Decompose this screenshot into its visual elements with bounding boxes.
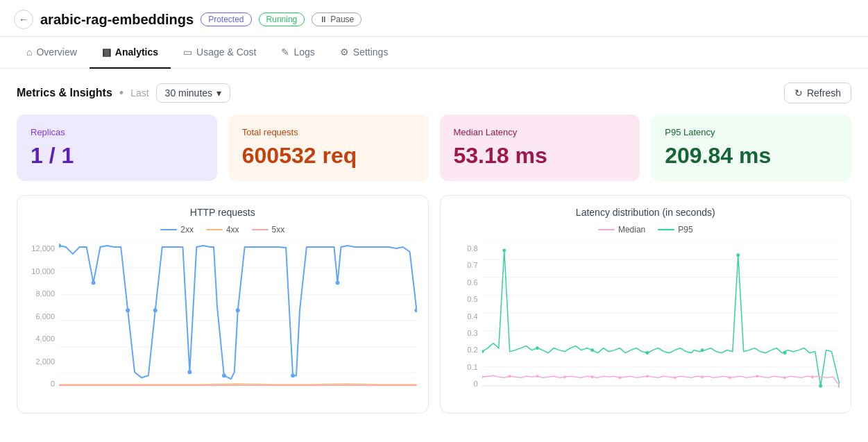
legend-4xx: 4xx (206, 225, 239, 235)
svg-point-12 (222, 373, 226, 377)
main-nav: ⌂ Overview ▤ Analytics ▭ Usage & Cost ✎ … (0, 37, 868, 69)
svg-point-27 (502, 248, 506, 252)
http-requests-chart: HTTP requests 2xx 4xx 5xx 12,000 (17, 195, 429, 414)
nav-settings[interactable]: ⚙ Settings (327, 37, 401, 69)
latency-chart: Latency distribution (in seconds) Median… (440, 195, 852, 414)
p95-latency-card: P95 Latency 209.84 ms (651, 114, 851, 181)
latency-chart-legend: Median P95 (452, 225, 840, 235)
http-chart-legend: 2xx 4xx 5xx (28, 225, 417, 235)
time-select[interactable]: 30 minutes ▾ (156, 83, 230, 103)
median-latency-card: Median Latency 53.18 ms (440, 114, 640, 181)
total-requests-value: 600532 req (242, 143, 415, 169)
svg-point-37 (508, 375, 511, 377)
legend-median: Median (598, 225, 645, 235)
usage-icon: ▭ (183, 46, 192, 58)
replicas-value: 1 / 1 (31, 143, 203, 169)
svg-point-16 (415, 308, 417, 312)
legend-5xx-line (252, 229, 269, 230)
svg-point-11 (187, 370, 192, 374)
svg-point-42 (645, 375, 648, 377)
replicas-label: Replicas (31, 127, 203, 137)
legend-2xx: 2xx (160, 225, 194, 235)
total-requests-card: Total requests 600532 req (228, 114, 429, 181)
app-title: arabic-rag-embeddings (40, 12, 194, 28)
svg-point-10 (153, 308, 158, 312)
p95-latency-value: 209.84 ms (665, 143, 837, 169)
http-chart-inner (59, 241, 417, 402)
protected-badge: Protected (201, 12, 251, 26)
refresh-icon: ↻ (794, 87, 803, 99)
svg-point-31 (700, 348, 704, 352)
latency-chart-title: Latency distribution (in seconds) (452, 207, 840, 218)
nav-logs[interactable]: ✎ Logs (269, 37, 327, 69)
nav-usage-cost[interactable]: ▭ Usage & Cost (171, 37, 269, 69)
legend-5xx: 5xx (252, 225, 285, 235)
svg-point-15 (336, 281, 340, 285)
legend-p95-line (658, 229, 674, 230)
latency-y-axis: 0.8 0.7 0.6 0.5 0.4 0.3 0.2 0.1 0 (452, 241, 482, 402)
app-header: ← arabic-rag-embeddings Protected Runnin… (0, 0, 868, 37)
svg-point-41 (618, 376, 621, 379)
legend-p95: P95 (658, 225, 692, 235)
pause-button[interactable]: ⏸ Pause (312, 12, 361, 26)
metrics-title: Metrics & Insights (17, 87, 112, 99)
running-badge: Running (259, 12, 305, 26)
refresh-button[interactable]: ↻ Refresh (784, 83, 851, 103)
legend-5xx-label: 5xx (272, 225, 285, 235)
metrics-separator: • (119, 86, 124, 101)
settings-icon: ⚙ (340, 46, 349, 58)
svg-point-34 (819, 384, 822, 388)
metrics-last-label: Last (130, 87, 148, 99)
svg-point-33 (783, 351, 786, 355)
nav-analytics[interactable]: ▤ Analytics (90, 37, 171, 69)
legend-p95-label: P95 (678, 225, 692, 235)
nav-overview[interactable]: ⌂ Overview (14, 37, 90, 69)
latency-chart-area: 0.8 0.7 0.6 0.5 0.4 0.3 0.2 0.1 0 (452, 241, 840, 402)
legend-median-label: Median (618, 225, 645, 235)
svg-point-7 (59, 244, 61, 248)
http-chart-title: HTTP requests (28, 207, 417, 218)
svg-point-29 (590, 348, 594, 352)
pause-icon: ⏸ (319, 15, 327, 24)
legend-2xx-label: 2xx (180, 225, 194, 235)
svg-point-32 (736, 253, 740, 257)
svg-point-44 (701, 375, 704, 378)
metrics-header: Metrics & Insights • Last 30 minutes ▾ ↻… (17, 83, 851, 103)
stat-cards: Replicas 1 / 1 Total requests 600532 req… (17, 114, 851, 181)
svg-point-9 (126, 308, 130, 312)
main-content: Metrics & Insights • Last 30 minutes ▾ ↻… (0, 69, 868, 427)
p95-latency-label: P95 Latency (665, 127, 837, 137)
home-icon: ⌂ (26, 46, 32, 58)
latency-chart-inner (482, 241, 840, 402)
legend-4xx-label: 4xx (226, 225, 239, 235)
back-button[interactable]: ← (14, 10, 33, 29)
http-chart-area: 12,000 10,000 8,000 6,000 4,000 2,000 0 (28, 241, 417, 402)
svg-point-48 (810, 375, 813, 378)
svg-point-13 (236, 308, 240, 312)
svg-point-46 (756, 375, 758, 377)
svg-point-45 (728, 376, 731, 379)
median-latency-value: 53.18 ms (454, 143, 627, 169)
svg-point-30 (645, 351, 649, 355)
svg-point-28 (535, 346, 538, 350)
http-y-axis: 12,000 10,000 8,000 6,000 4,000 2,000 0 (28, 241, 59, 402)
median-latency-label: Median Latency (454, 127, 627, 137)
latency-chart-svg (482, 241, 840, 400)
total-requests-label: Total requests (242, 127, 415, 137)
svg-point-8 (92, 281, 96, 285)
svg-point-39 (563, 375, 565, 378)
svg-point-47 (783, 376, 786, 379)
svg-point-40 (590, 375, 593, 378)
replicas-card: Replicas 1 / 1 (17, 114, 217, 181)
charts-row: HTTP requests 2xx 4xx 5xx 12,000 (17, 195, 851, 414)
svg-point-43 (673, 376, 676, 379)
legend-median-line (598, 229, 615, 230)
svg-point-36 (482, 375, 484, 378)
svg-point-38 (536, 375, 538, 377)
logs-icon: ✎ (281, 46, 289, 58)
chevron-down-icon: ▾ (216, 87, 221, 99)
svg-point-14 (291, 373, 295, 377)
analytics-icon: ▤ (102, 46, 111, 58)
legend-2xx-line (160, 229, 177, 230)
http-chart-svg (59, 241, 417, 400)
